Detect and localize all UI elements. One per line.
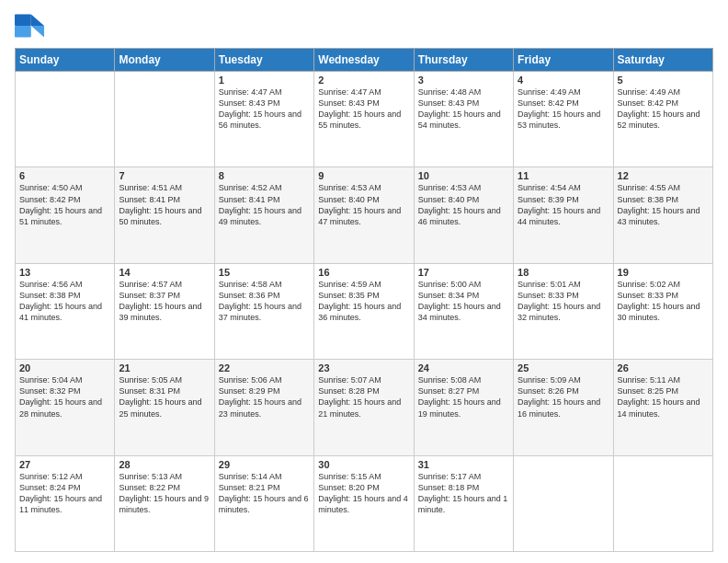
calendar-header-monday: Monday [115,49,214,72]
day-info: Sunrise: 4:58 AM Sunset: 8:36 PM Dayligh… [219,279,310,324]
calendar-cell: 25Sunrise: 5:09 AM Sunset: 8:26 PM Dayli… [514,360,613,455]
calendar-cell: 21Sunrise: 5:05 AM Sunset: 8:31 PM Dayli… [115,360,214,455]
calendar-cell: 31Sunrise: 5:17 AM Sunset: 8:18 PM Dayli… [414,455,513,551]
day-number: 21 [119,362,210,373]
day-info: Sunrise: 5:04 AM Sunset: 8:32 PM Dayligh… [19,374,110,419]
day-number: 8 [219,170,310,181]
day-info: Sunrise: 4:50 AM Sunset: 8:42 PM Dayligh… [19,182,110,227]
day-number: 6 [19,170,110,181]
day-number: 23 [318,362,409,373]
calendar-cell: 13Sunrise: 4:56 AM Sunset: 8:38 PM Dayli… [16,263,115,359]
page: SundayMondayTuesdayWednesdayThursdayFrid… [0,0,728,563]
day-info: Sunrise: 5:11 AM Sunset: 8:25 PM Dayligh… [618,374,709,419]
day-info: Sunrise: 4:53 AM Sunset: 8:40 PM Dayligh… [418,182,509,227]
day-number: 28 [119,459,210,470]
calendar-header-saturday: Saturday [613,49,712,72]
calendar-cell: 18Sunrise: 5:01 AM Sunset: 8:33 PM Dayli… [514,263,613,359]
day-info: Sunrise: 4:49 AM Sunset: 8:42 PM Dayligh… [518,86,609,132]
calendar-header-tuesday: Tuesday [214,49,313,72]
calendar-cell: 4Sunrise: 4:49 AM Sunset: 8:42 PM Daylig… [514,72,613,167]
calendar-cell [16,72,115,167]
calendar-cell: 27Sunrise: 5:12 AM Sunset: 8:24 PM Dayli… [16,455,115,551]
day-number: 4 [518,75,609,86]
day-info: Sunrise: 4:56 AM Sunset: 8:38 PM Dayligh… [19,279,110,324]
calendar-cell: 29Sunrise: 5:14 AM Sunset: 8:21 PM Dayli… [214,455,313,551]
calendar-cell: 8Sunrise: 4:52 AM Sunset: 8:41 PM Daylig… [214,167,313,263]
calendar-cell [115,72,214,167]
day-number: 9 [318,170,409,181]
day-number: 14 [119,267,210,278]
day-info: Sunrise: 5:12 AM Sunset: 8:24 PM Dayligh… [19,471,110,516]
calendar-cell: 20Sunrise: 5:04 AM Sunset: 8:32 PM Dayli… [16,360,115,455]
day-info: Sunrise: 5:17 AM Sunset: 8:18 PM Dayligh… [418,471,509,516]
day-number: 27 [19,459,110,470]
calendar-cell: 2Sunrise: 4:47 AM Sunset: 8:43 PM Daylig… [314,72,414,167]
calendar-cell [514,455,613,551]
calendar-header-friday: Friday [514,49,613,72]
calendar-cell: 9Sunrise: 4:53 AM Sunset: 8:40 PM Daylig… [314,167,414,263]
calendar-cell: 15Sunrise: 4:58 AM Sunset: 8:36 PM Dayli… [214,263,313,359]
day-info: Sunrise: 5:09 AM Sunset: 8:26 PM Dayligh… [518,374,609,419]
day-number: 17 [418,267,509,278]
calendar-cell: 19Sunrise: 5:02 AM Sunset: 8:33 PM Dayli… [613,263,712,359]
calendar-cell: 28Sunrise: 5:13 AM Sunset: 8:22 PM Dayli… [115,455,214,551]
day-info: Sunrise: 5:07 AM Sunset: 8:28 PM Dayligh… [318,374,409,419]
day-info: Sunrise: 4:55 AM Sunset: 8:38 PM Dayligh… [618,182,709,227]
day-number: 29 [219,459,310,470]
day-number: 18 [518,267,609,278]
svg-marker-1 [31,26,44,37]
day-number: 24 [418,362,509,373]
calendar-cell: 17Sunrise: 5:00 AM Sunset: 8:34 PM Dayli… [414,263,513,359]
day-number: 16 [318,267,409,278]
calendar-cell: 11Sunrise: 4:54 AM Sunset: 8:39 PM Dayli… [514,167,613,263]
day-info: Sunrise: 5:00 AM Sunset: 8:34 PM Dayligh… [418,279,509,324]
calendar-cell: 10Sunrise: 4:53 AM Sunset: 8:40 PM Dayli… [414,167,513,263]
day-number: 12 [618,170,709,181]
calendar-cell: 16Sunrise: 4:59 AM Sunset: 8:35 PM Dayli… [314,263,414,359]
day-info: Sunrise: 4:47 AM Sunset: 8:43 PM Dayligh… [219,86,310,132]
day-number: 31 [418,459,509,470]
calendar-week-4: 20Sunrise: 5:04 AM Sunset: 8:32 PM Dayli… [16,360,713,455]
day-info: Sunrise: 4:51 AM Sunset: 8:41 PM Dayligh… [119,182,210,227]
day-info: Sunrise: 4:52 AM Sunset: 8:41 PM Dayligh… [219,182,310,227]
day-info: Sunrise: 5:13 AM Sunset: 8:22 PM Dayligh… [119,471,210,516]
day-info: Sunrise: 4:48 AM Sunset: 8:43 PM Dayligh… [418,86,509,132]
calendar-cell: 1Sunrise: 4:47 AM Sunset: 8:43 PM Daylig… [214,72,313,167]
calendar-cell: 26Sunrise: 5:11 AM Sunset: 8:25 PM Dayli… [613,360,712,455]
calendar-cell: 6Sunrise: 4:50 AM Sunset: 8:42 PM Daylig… [16,167,115,263]
day-info: Sunrise: 5:06 AM Sunset: 8:29 PM Dayligh… [219,374,310,419]
day-number: 2 [318,75,409,86]
day-number: 25 [518,362,609,373]
day-info: Sunrise: 4:59 AM Sunset: 8:35 PM Dayligh… [318,279,409,324]
svg-rect-2 [15,15,31,26]
day-number: 13 [19,267,110,278]
day-number: 10 [418,170,509,181]
header [15,11,713,40]
day-info: Sunrise: 5:05 AM Sunset: 8:31 PM Dayligh… [119,374,210,419]
day-number: 11 [518,170,609,181]
calendar-header-thursday: Thursday [414,49,513,72]
calendar-week-1: 1Sunrise: 4:47 AM Sunset: 8:43 PM Daylig… [16,72,713,167]
calendar-cell [613,455,712,551]
day-info: Sunrise: 4:53 AM Sunset: 8:40 PM Dayligh… [318,182,409,227]
day-number: 5 [618,75,709,86]
calendar-cell: 3Sunrise: 4:48 AM Sunset: 8:43 PM Daylig… [414,72,513,167]
logo-icon [15,11,44,40]
calendar-cell: 7Sunrise: 4:51 AM Sunset: 8:41 PM Daylig… [115,167,214,263]
calendar-header-wednesday: Wednesday [314,49,414,72]
calendar-cell: 5Sunrise: 4:49 AM Sunset: 8:42 PM Daylig… [613,72,712,167]
day-info: Sunrise: 4:57 AM Sunset: 8:37 PM Dayligh… [119,279,210,324]
day-number: 19 [618,267,709,278]
calendar-week-2: 6Sunrise: 4:50 AM Sunset: 8:42 PM Daylig… [16,167,713,263]
calendar-week-5: 27Sunrise: 5:12 AM Sunset: 8:24 PM Dayli… [16,455,713,551]
calendar-header-sunday: Sunday [16,49,115,72]
day-info: Sunrise: 4:47 AM Sunset: 8:43 PM Dayligh… [318,86,409,132]
calendar-cell: 14Sunrise: 4:57 AM Sunset: 8:37 PM Dayli… [115,263,214,359]
day-info: Sunrise: 5:08 AM Sunset: 8:27 PM Dayligh… [418,374,509,419]
calendar-cell: 23Sunrise: 5:07 AM Sunset: 8:28 PM Dayli… [314,360,414,455]
calendar-week-3: 13Sunrise: 4:56 AM Sunset: 8:38 PM Dayli… [16,263,713,359]
day-info: Sunrise: 4:54 AM Sunset: 8:39 PM Dayligh… [518,182,609,227]
calendar-cell: 24Sunrise: 5:08 AM Sunset: 8:27 PM Dayli… [414,360,513,455]
day-info: Sunrise: 4:49 AM Sunset: 8:42 PM Dayligh… [618,86,709,132]
day-number: 1 [219,75,310,86]
